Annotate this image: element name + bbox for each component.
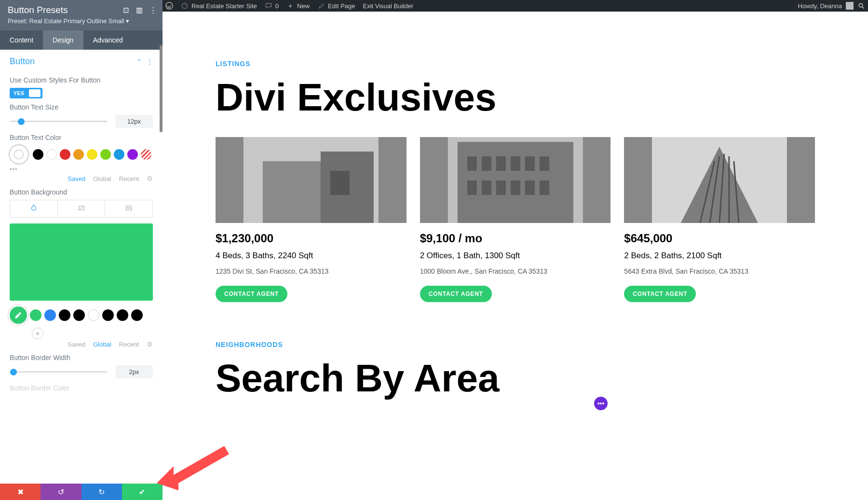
color-picker-button[interactable] (10, 145, 28, 164)
undo-button[interactable]: ↺ (41, 484, 81, 500)
listing-image (420, 137, 611, 223)
svg-rect-17 (540, 156, 549, 171)
section-kebab-icon[interactable]: ⋮ (147, 58, 153, 65)
listing-price: $645,000 (624, 232, 815, 245)
module-options-button[interactable]: ••• (594, 397, 608, 410)
site-link[interactable]: Real Estate Starter Site (181, 2, 257, 10)
neighborhoods-eyebrow: NEIGHBORHOODS (216, 341, 815, 348)
add-swatch-button[interactable]: + (32, 328, 43, 339)
listing-price: $9,100 / mo (420, 232, 611, 245)
swatch-yellow[interactable] (87, 149, 97, 160)
save-button[interactable]: ✔ (122, 484, 163, 500)
bg-swatch[interactable] (30, 309, 41, 321)
contact-agent-button[interactable]: CONTACT AGENT (624, 286, 696, 302)
bg-type-tabs (10, 200, 153, 218)
toggle-yes-label: YES (12, 89, 26, 97)
svg-rect-13 (482, 156, 491, 171)
listing-card: $645,000 2 Beds, 2 Baths, 2100 Sqft 5643… (624, 137, 815, 302)
contact-agent-button[interactable]: CONTACT AGENT (420, 286, 492, 302)
preset-selector[interactable]: Preset: Real Estate Primary Outline Smal… (8, 17, 155, 25)
site-name: Real Estate Starter Site (191, 2, 257, 10)
swatch-black[interactable] (33, 149, 43, 160)
palette-more-icon[interactable]: ••• (10, 166, 153, 173)
comments-count: 0 (275, 2, 279, 10)
svg-rect-9 (330, 171, 350, 195)
wp-admin-bar: Real Estate Starter Site 0 + New Edit Pa… (163, 0, 868, 12)
neighborhoods-heading: Search By Area (216, 358, 815, 399)
settings-sidebar: Button Presets Preset: Real Estate Prima… (0, 0, 163, 500)
tab-advanced[interactable]: Advanced (83, 30, 133, 50)
svg-rect-23 (540, 181, 549, 195)
listing-address: 5643 Extra Blvd, San Fracisco, CA 35313 (624, 267, 815, 275)
text-size-value[interactable]: 12px (115, 115, 153, 128)
edit-page-link[interactable]: Edit Page (317, 2, 355, 10)
listings-eyebrow: LISTINGS (216, 60, 815, 68)
listing-specs: 4 Beds, 3 Baths, 2240 Sqft (216, 251, 407, 261)
listings-heading: Divi Exclusives (216, 77, 815, 118)
comment-icon (265, 2, 272, 10)
bg-swatch[interactable] (88, 309, 99, 321)
tab-design[interactable]: Design (43, 30, 83, 50)
bg-saved[interactable]: Saved (68, 341, 85, 348)
swatch-purple[interactable] (127, 149, 138, 160)
listing-card: $9,100 / mo 2 Offices, 1 Bath, 1300 Sqft… (420, 137, 611, 302)
columns-icon[interactable]: ▥ (136, 6, 143, 14)
palette-saved[interactable]: Saved (68, 175, 85, 182)
border-width-value[interactable]: 2px (115, 365, 153, 378)
bg-swatch[interactable] (73, 309, 85, 321)
palette-recent[interactable]: Recent (119, 175, 139, 182)
comments-link[interactable]: 0 (265, 2, 279, 10)
sync-icon[interactable]: ⊡ (123, 6, 129, 14)
plus-icon: + (286, 2, 294, 10)
preset-label: Preset: Real Estate Primary Outline Smal… (8, 17, 124, 25)
text-size-slider[interactable] (10, 121, 108, 122)
discard-button[interactable]: ✖ (0, 484, 41, 500)
bg-tab-color[interactable] (10, 200, 58, 217)
howdy-text[interactable]: Howdy, Deanna (798, 2, 842, 10)
bg-swatch[interactable] (44, 309, 56, 321)
exit-builder-label: Exit Visual Builder (363, 2, 413, 10)
swatch-blue[interactable] (114, 149, 124, 160)
bg-swatch[interactable] (131, 309, 143, 321)
bg-global[interactable]: Global (93, 341, 111, 348)
kebab-icon[interactable]: ⋮ (149, 6, 157, 14)
toggle-knob (29, 89, 41, 97)
svg-rect-19 (482, 181, 491, 195)
bg-tab-gradient[interactable] (58, 200, 106, 217)
bg-recent[interactable]: Recent (119, 341, 139, 348)
bg-color-preview[interactable] (10, 223, 153, 301)
search-icon[interactable] (857, 2, 865, 10)
custom-styles-toggle[interactable]: YES (10, 88, 42, 98)
palette-global[interactable]: Global (93, 175, 111, 182)
avatar[interactable] (846, 2, 854, 10)
page-preview: LISTINGS Divi Exclusives $1,230,000 4 Be… (163, 12, 868, 500)
tab-content[interactable]: Content (0, 30, 43, 50)
svg-rect-16 (525, 156, 535, 171)
exit-builder-link[interactable]: Exit Visual Builder (363, 2, 413, 10)
bg-swatch[interactable] (102, 309, 114, 321)
dashboard-icon (181, 2, 189, 10)
bg-tab-image[interactable] (105, 200, 152, 217)
panel-header: Button Presets Preset: Real Estate Prima… (0, 0, 163, 30)
bg-swatch[interactable] (59, 309, 70, 321)
swatch-transparent[interactable] (141, 149, 151, 160)
contact-agent-button[interactable]: CONTACT AGENT (216, 286, 287, 302)
action-bar: ✖ ↺ ↻ ✔ (0, 484, 163, 500)
bg-swatch[interactable] (117, 309, 128, 321)
redo-button[interactable]: ↻ (81, 484, 122, 500)
new-link[interactable]: + New (286, 2, 310, 10)
collapse-icon[interactable]: ⌃ (136, 58, 142, 65)
svg-rect-18 (467, 181, 477, 195)
wordpress-icon[interactable] (165, 2, 173, 10)
swatch-red[interactable] (60, 149, 70, 160)
gear-icon[interactable]: ⚙ (147, 175, 153, 182)
section-header-button[interactable]: Button ⌃ ⋮ (0, 50, 163, 71)
swatch-green[interactable] (100, 149, 111, 160)
swatch-white[interactable] (46, 149, 57, 160)
gear-icon[interactable]: ⚙ (147, 340, 153, 348)
border-width-slider[interactable] (10, 371, 108, 373)
bg-eyedropper-button[interactable] (10, 306, 27, 324)
chevron-down-icon: ▾ (126, 17, 129, 25)
swatch-orange[interactable] (73, 149, 84, 160)
listing-address: 1000 Bloom Ave., San Fracisco, CA 35313 (420, 267, 611, 275)
